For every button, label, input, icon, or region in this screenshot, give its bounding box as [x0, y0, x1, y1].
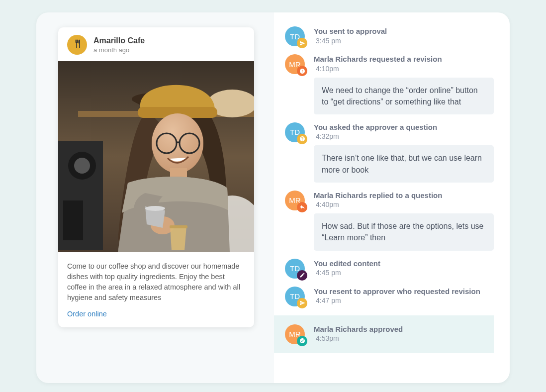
svg-point-9 — [152, 113, 203, 173]
fork-knife-icon — [72, 39, 82, 51]
entry-title: You resent to approver who requested rev… — [314, 287, 494, 296]
timeline-entry-approved: MR Marla Richards approved 4:53pm — [274, 315, 494, 353]
entry-title: Marla Richards requested a revision — [314, 54, 494, 64]
timeline-entry-revision: MR Marla Richards requested a revision 4… — [274, 54, 494, 114]
post-cta-link[interactable]: Order online — [67, 310, 107, 318]
avatar: TD — [285, 26, 305, 46]
entry-message: How sad. But if those are the options, l… — [314, 213, 494, 250]
post-page-name: Amarillo Cafe — [93, 36, 145, 45]
reply-icon — [297, 202, 307, 212]
entry-title: You edited content — [314, 259, 494, 269]
post-time-ago: a month ago — [93, 46, 145, 54]
post-text: Come to our coffee shop and discover our… — [67, 261, 244, 303]
timeline-entry-reply: MR Marla Richards replied to a question … — [274, 191, 494, 251]
alert-icon — [297, 66, 307, 76]
svg-rect-15 — [170, 225, 187, 228]
avatar: MR — [285, 324, 305, 344]
question-icon — [297, 134, 307, 144]
entry-title: Marla Richards approved — [314, 324, 494, 334]
svg-rect-6 — [63, 200, 83, 240]
svg-point-16 — [145, 206, 165, 211]
entry-title: You sent to approval — [314, 26, 494, 36]
post-preview-panel: Amarillo Cafe a month ago — [36, 12, 274, 383]
entry-message: There isn’t one like that, but we can us… — [314, 145, 494, 182]
business-avatar — [67, 35, 87, 55]
entry-time: 4:47 pm — [316, 296, 494, 304]
entry-time: 4:10pm — [316, 65, 494, 73]
entry-time: 4:45 pm — [316, 269, 494, 277]
activity-timeline: TD You sent to approval 3:45 pm MR Marla… — [274, 12, 510, 383]
timeline-entry-resent: TD You resent to approver who requested … — [274, 287, 494, 306]
svg-point-5 — [74, 158, 90, 174]
post-body: Come to our coffee shop and discover our… — [58, 252, 254, 327]
avatar: TD — [285, 122, 305, 142]
edit-icon — [297, 270, 307, 281]
entry-time: 3:45 pm — [316, 37, 494, 45]
avatar: TD — [285, 259, 305, 279]
timeline-entry-edited: TD You edited content 4:45 pm — [274, 259, 494, 279]
entry-time: 4:40pm — [316, 200, 494, 208]
entry-title: Marla Richards replied to a question — [314, 191, 494, 200]
send-icon — [297, 298, 307, 308]
checkmark-icon — [297, 336, 307, 346]
entry-time: 4:32pm — [316, 132, 494, 140]
entry-time: 4:53pm — [316, 334, 494, 342]
post-header: Amarillo Cafe a month ago — [58, 27, 254, 61]
post-image — [58, 61, 254, 252]
timeline-entry-question: TD You asked the approver a question 4:3… — [274, 122, 494, 183]
avatar: MR — [285, 54, 305, 74]
entry-title: You asked the approver a question — [314, 122, 494, 132]
app-container: Amarillo Cafe a month ago — [36, 12, 510, 383]
post-card: Amarillo Cafe a month ago — [58, 27, 254, 327]
avatar: MR — [285, 191, 305, 210]
entry-message: We need to change the “order online” but… — [314, 78, 494, 114]
avatar: TD — [285, 287, 305, 306]
send-icon — [297, 38, 307, 48]
timeline-entry-sent-approval: TD You sent to approval 3:45 pm — [274, 26, 494, 46]
